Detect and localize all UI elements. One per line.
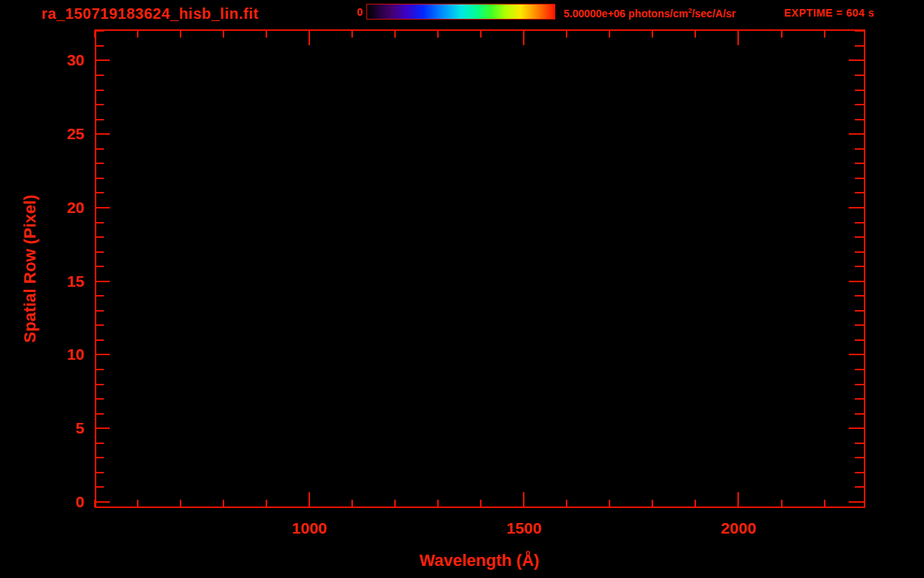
y-minor-tick: [95, 119, 104, 120]
y-minor-tick: [95, 457, 104, 458]
colorbar-min-label: 0: [340, 6, 363, 18]
y-major-tick-right: [849, 427, 864, 429]
x-minor-tick: [394, 500, 396, 507]
y-minor-tick: [95, 251, 104, 253]
x-minor-tick: [695, 500, 696, 507]
y-major-tick-right: [849, 133, 864, 135]
y-minor-tick-right: [855, 384, 864, 385]
x-minor-tick-top: [824, 30, 825, 38]
y-minor-tick: [95, 163, 104, 164]
y-major-tick: [95, 59, 110, 61]
y-minor-tick-right: [855, 45, 864, 47]
y-minor-tick-right: [855, 486, 864, 488]
y-tick-label: 30: [32, 51, 84, 69]
x-major-tick-top: [523, 30, 524, 45]
y-minor-tick-right: [855, 119, 864, 120]
x-major-tick: [737, 492, 739, 507]
x-minor-tick: [137, 500, 138, 507]
plot-title: ra_150719183624_hisb_lin.fit: [41, 5, 259, 23]
y-major-tick-right: [849, 207, 864, 208]
y-minor-tick-right: [855, 90, 864, 91]
x-minor-tick-top: [351, 30, 353, 38]
y-minor-tick-right: [855, 251, 864, 253]
x-minor-tick: [351, 500, 353, 507]
y-minor-tick-right: [855, 148, 864, 150]
y-minor-tick: [95, 222, 104, 224]
x-minor-tick: [223, 500, 224, 507]
y-minor-tick: [95, 178, 104, 179]
y-minor-tick-right: [855, 266, 864, 267]
y-minor-tick-right: [855, 178, 864, 179]
y-tick-label: 25: [32, 125, 84, 143]
y-axis-title: Spatial Row (Pixel): [20, 195, 40, 343]
x-minor-tick-top: [480, 30, 482, 38]
y-major-tick: [95, 281, 110, 282]
y-minor-tick: [95, 384, 104, 385]
y-minor-tick-right: [855, 398, 864, 400]
y-minor-tick-right: [855, 222, 864, 224]
y-major-tick-right: [849, 281, 864, 282]
y-minor-tick: [95, 45, 104, 47]
y-minor-tick-right: [855, 369, 864, 370]
y-minor-tick-right: [855, 192, 864, 193]
y-minor-tick-right: [855, 413, 864, 415]
y-minor-tick: [95, 443, 104, 444]
spectral-image-window: ra_150719183624_hisb_lin.fit 0 5.00000e+…: [0, 0, 924, 578]
x-tick-label: 1500: [486, 519, 561, 537]
y-minor-tick: [95, 192, 104, 193]
y-minor-tick: [95, 236, 104, 238]
x-minor-tick-top: [609, 30, 610, 38]
x-major-tick: [309, 492, 310, 507]
x-minor-tick-top: [781, 30, 783, 38]
y-minor-tick-right: [855, 30, 864, 32]
x-minor-tick: [609, 500, 610, 507]
y-tick-label: 0: [32, 493, 84, 511]
y-minor-tick: [95, 413, 104, 415]
colorbar-max-value: 5.00000e+06: [564, 8, 625, 20]
y-tick-label: 5: [32, 419, 84, 437]
y-minor-tick: [95, 339, 104, 341]
x-minor-tick: [180, 500, 181, 507]
y-minor-tick: [95, 486, 104, 488]
x-major-tick-top: [309, 30, 310, 45]
y-major-tick: [95, 501, 110, 503]
x-tick-label: 2000: [701, 519, 776, 537]
x-minor-tick: [781, 500, 783, 507]
y-minor-tick-right: [855, 104, 864, 105]
x-axis-title: Wavelength (Å): [385, 551, 573, 570]
x-major-tick-top: [737, 30, 739, 45]
x-minor-tick: [566, 500, 567, 507]
colorbar-units-rest: /sec/A/sr: [691, 8, 735, 20]
y-tick-label: 10: [32, 345, 84, 364]
y-major-tick: [95, 133, 110, 135]
x-minor-tick-top: [180, 30, 181, 38]
y-minor-tick: [95, 295, 104, 297]
exptime-label: EXPTIME = 604 s: [784, 7, 874, 19]
y-major-tick: [95, 207, 110, 208]
y-minor-tick-right: [855, 472, 864, 473]
x-minor-tick-top: [394, 30, 396, 38]
y-minor-tick: [95, 310, 104, 312]
y-minor-tick: [95, 90, 104, 91]
colorbar-max-label: 5.00000e+06 photons/cm2/sec/A/sr: [564, 7, 736, 20]
y-major-tick-right: [849, 354, 864, 355]
x-minor-tick: [480, 500, 482, 507]
y-minor-tick-right: [855, 295, 864, 297]
x-minor-tick: [266, 500, 267, 507]
x-minor-tick-top: [137, 30, 138, 38]
x-tick-label: 1000: [272, 519, 347, 537]
colorbar-units-base: photons/cm: [628, 8, 688, 20]
x-minor-tick-top: [695, 30, 696, 38]
y-minor-tick: [95, 472, 104, 473]
x-minor-tick: [652, 500, 653, 507]
y-major-tick: [95, 427, 110, 429]
y-minor-tick-right: [855, 324, 864, 326]
x-minor-tick-top: [266, 30, 267, 38]
x-minor-tick-top: [566, 30, 567, 38]
y-minor-tick-right: [855, 163, 864, 164]
y-minor-tick: [95, 398, 104, 400]
y-minor-tick: [95, 369, 104, 370]
y-minor-tick: [95, 75, 104, 76]
y-minor-tick-right: [855, 443, 864, 444]
y-minor-tick: [95, 324, 104, 326]
